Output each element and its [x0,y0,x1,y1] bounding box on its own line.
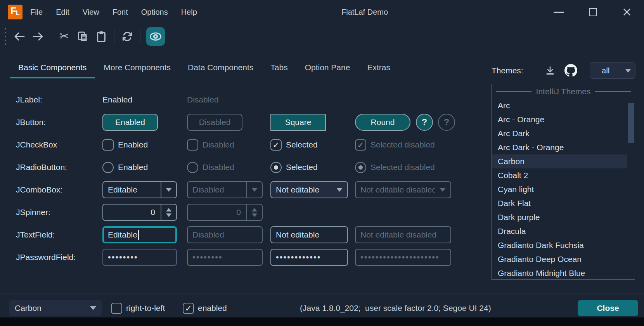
close-button[interactable]: Close [578,300,638,316]
download-themes-button[interactable] [545,66,555,76]
theme-item-dark-flat[interactable]: Dark Flat [492,196,627,210]
label-enabled: Enabled [102,95,132,104]
checkbox-enabled[interactable]: Enabled [102,139,148,151]
tab-option-pane[interactable]: Option Pane [296,58,359,78]
square-button[interactable]: Square [270,114,326,131]
themes-filter-combobox[interactable]: all [590,62,635,79]
checkbox-selected[interactable]: ✓ Selected [270,139,318,151]
spinner-arrows[interactable] [161,205,176,220]
radio-selected-disabled: Selected disabled [355,162,435,173]
window-bottom-edge [0,317,644,326]
minimize-button[interactable] [542,0,576,24]
theme-item-gradianto-midnight-blue[interactable]: Gradianto Midnight Blue [492,266,627,280]
minimize-icon [554,12,564,13]
spinner-up-icon[interactable] [166,208,171,212]
spinner-enabled[interactable]: 0 [102,204,177,221]
forward-arrow-icon [32,30,44,43]
checkbox-checked-icon: ✓ [355,139,366,151]
tab-more-components[interactable]: More Components [95,58,179,78]
theme-item-carbon-selected[interactable]: Carbon [492,154,627,168]
github-button[interactable] [564,64,577,77]
flatlaf-demo-window: F L File Edit View Font Options Help Fla… [0,0,644,326]
menu-font[interactable]: Font [106,8,135,17]
checkbox-checked-icon: ✓ [183,303,194,314]
tab-extras[interactable]: Extras [358,58,399,78]
radio-selected-icon [270,162,282,173]
tab-data-components[interactable]: Data Components [179,58,262,78]
radio-enabled[interactable]: Enabled [102,162,148,173]
forward-button[interactable] [29,27,47,46]
theme-item-cobalt-2[interactable]: Cobalt 2 [492,168,627,182]
help-button[interactable]: ? [416,114,433,131]
tab-tabs[interactable]: Tabs [262,58,296,78]
jspinner-row: JSpinner: 0 0 [16,201,489,224]
show-hover-toggle-button[interactable] [146,27,165,46]
textfield-editable-focused[interactable]: Editable [102,226,177,243]
jcheckbox-row: JCheckBox Enabled Disabled ✓ Selected ✓ … [16,134,489,156]
radio-label: Selected disabled [370,163,435,172]
radio-selected[interactable]: Selected [270,162,318,173]
paste-clipboard-icon [95,31,107,42]
enabled-button[interactable]: Enabled [102,114,158,131]
enabled-checkbox[interactable]: ✓ enabled [183,300,227,316]
header-rule-right [595,91,631,92]
themes-label: Themes: [492,66,523,75]
passwordfield-enabled[interactable]: •••••••• [102,249,177,266]
theme-item-dark-purple[interactable]: Dark purple [492,210,627,224]
close-window-button[interactable] [610,0,644,24]
themes-scrollbar-thumb[interactable] [628,103,634,143]
menu-help[interactable]: Help [175,8,204,17]
passwordfield-not-editable[interactable]: •••••••••••• [270,249,348,266]
combobox-value: Not editable [271,185,332,194]
titlebar: F L File Edit View Font Options Help Fla… [0,0,644,24]
password-dots: •••••••• [108,252,138,262]
theme-item-arc[interactable]: Arc [492,99,627,113]
app-logo: F L [8,5,23,19]
theme-item-gradianto-deep-ocean[interactable]: Gradianto Deep Ocean [492,252,627,266]
tab-basic-components[interactable]: Basic Components [10,58,95,78]
logo-letter-f: F [10,6,16,16]
themes-group-header: IntelliJ Themes [492,84,635,99]
theme-item-arc-orange[interactable]: Arc - Orange [492,113,627,127]
password-dots: •••••••••••• [276,252,321,262]
back-arrow-icon [13,30,26,43]
toolbar-grip-handle[interactable] [5,28,6,45]
theme-item-dracula[interactable]: Dracula [492,224,627,238]
menu-options[interactable]: Options [135,8,175,17]
theme-item-gradianto-dark-fuchsia[interactable]: Gradianto Dark Fuchsia [492,238,627,252]
theme-item-cyan-light[interactable]: Cyan light [492,182,627,196]
radio-label: Disabled [203,163,234,172]
github-icon [564,64,577,77]
jlabel-row: JLabel: Enabled Disabled [16,88,489,111]
combobox-disabled: Disabled [187,181,263,198]
combobox-not-editable[interactable]: Not editable [270,181,348,198]
spinner-value[interactable]: 0 [103,208,161,217]
round-button[interactable]: Round [355,114,410,131]
checkbox-label: right-to-left [126,303,165,313]
right-to-left-checkbox[interactable]: right-to-left [111,300,165,316]
back-button[interactable] [10,27,29,46]
menu-edit[interactable]: Edit [49,8,76,17]
paste-button[interactable] [92,27,111,46]
cut-button[interactable]: ✂ [55,27,73,46]
spinner-down-icon[interactable] [166,213,171,217]
copy-button[interactable] [73,27,92,46]
theme-item-arc-dark-orange[interactable]: Arc Dark - Orange [492,140,627,154]
basic-components-panel: JLabel: Enabled Disabled JButton: Enable… [16,88,489,269]
theme-item-arc-dark[interactable]: Arc Dark [492,127,627,140]
jtextfield-row-label: JTextField: [16,230,102,239]
toolbar-separator [114,29,114,44]
menu-file[interactable]: File [24,8,49,17]
window-controls [542,0,644,24]
maximize-button[interactable] [576,0,610,24]
textfield-disabled: Disabled [187,226,263,243]
lookandfeel-combobox[interactable]: Carbon [9,300,102,316]
jcombobox-row: JComboBox: Editable Disabled Not editabl… [16,179,489,201]
textfield-not-editable[interactable]: Not editable [270,226,348,243]
header-rule-left [496,91,531,92]
refresh-button[interactable] [118,27,137,46]
lookandfeel-value: Carbon [9,303,85,313]
bottom-bar: Carbon right-to-left ✓ enabled (Java 1.8… [0,300,644,316]
combobox-editable[interactable]: Editable [102,181,177,198]
menu-view[interactable]: View [76,8,106,17]
